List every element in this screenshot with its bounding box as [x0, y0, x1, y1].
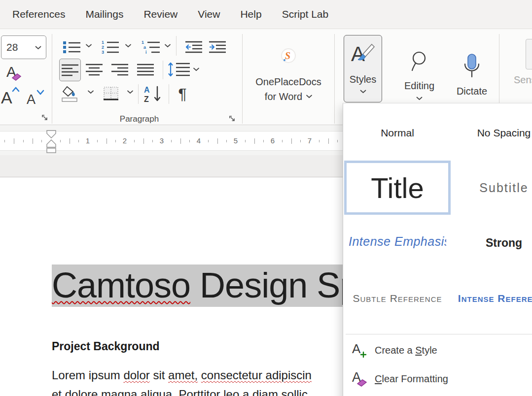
style-item-normal[interactable]: Normal [344, 106, 451, 160]
chevron-down-icon [360, 90, 366, 94]
ruler-tick [106, 138, 107, 144]
style-label: Normal [381, 127, 414, 139]
multilevel-list-button[interactable]: 1 a i [140, 39, 162, 55]
numbering-icon: 1 2 3 [101, 39, 120, 54]
styles-button[interactable]: A Styles [344, 35, 382, 102]
style-item-subtle-reference[interactable]: Subtle Reference [344, 271, 451, 326]
tab-review[interactable]: Review [143, 8, 177, 20]
style-label: Intense Emphasis [349, 234, 446, 249]
paragraph-dialog-launcher[interactable] [227, 114, 237, 123]
style-item-subtitle[interactable]: Subtitle [451, 161, 532, 215]
document-body-line2[interactable]: et dolore magna aliqua. Porttitor leo a … [52, 388, 308, 396]
borders-icon [102, 86, 121, 102]
document-heading[interactable]: Project Background [52, 340, 160, 353]
ruler-tick [14, 138, 14, 144]
svg-text:A: A [144, 86, 150, 94]
multilevel-dropdown-arrow[interactable] [164, 42, 172, 50]
chevron-down-icon [306, 95, 312, 99]
ruler-tick [245, 140, 246, 142]
style-item-title-selected[interactable]: Title [344, 161, 451, 215]
borders-button[interactable] [101, 84, 122, 104]
svg-text:a: a [143, 45, 146, 50]
tab-help[interactable]: Help [240, 8, 261, 20]
line-spacing-button[interactable] [168, 60, 191, 79]
tab-mailings[interactable]: Mailings [85, 8, 123, 20]
left-indent-marker [47, 148, 56, 153]
ruler-tick [226, 140, 227, 142]
word-app-window: References Mailings Review View Help Scr… [0, 0, 532, 396]
sort-button[interactable]: A Z [142, 83, 164, 105]
indent-markers[interactable] [46, 130, 57, 155]
clear-formatting-icon: A [4, 64, 23, 82]
align-center-button[interactable] [85, 61, 104, 78]
bullets-button[interactable] [61, 39, 83, 55]
font-size-combobox[interactable]: 28 [1, 35, 46, 59]
multilevel-list-icon: 1 a i [141, 39, 161, 54]
tab-script-lab[interactable]: Script Lab [282, 8, 329, 20]
document-body-line1[interactable]: Lorem ipsum dolor sit amet, consectetur … [52, 368, 312, 382]
chevron-down-icon [86, 44, 92, 48]
numbering-button[interactable]: 1 2 3 [100, 39, 121, 55]
borders-dropdown-arrow[interactable] [126, 88, 134, 96]
style-label: No Spacing [477, 127, 531, 139]
grow-font-button[interactable]: A [0, 86, 21, 106]
shrink-font-button[interactable]: A [26, 89, 45, 106]
ruler-tick [282, 140, 283, 142]
styles-gallery-panel: Normal No Spacing Title Subtitle Intense… [343, 103, 532, 396]
shading-bucket-icon [61, 86, 81, 102]
style-label: Title [371, 171, 424, 204]
sensitivity-icon [526, 39, 532, 69]
line-spacing-dropdown-arrow[interactable] [192, 66, 200, 73]
chevron-down-icon [35, 46, 41, 50]
align-right-button[interactable] [110, 61, 129, 78]
shading-dropdown-arrow[interactable] [87, 88, 95, 96]
justify-button[interactable] [136, 61, 155, 78]
style-item-strong[interactable]: Strong [451, 216, 532, 270]
numbering-dropdown-arrow[interactable] [124, 42, 132, 50]
svg-text:i: i [145, 50, 147, 54]
increase-indent-button[interactable] [209, 40, 227, 54]
clear-formatting-menu-item[interactable]: A Clear Formatting [350, 368, 532, 390]
show-formatting-marks-button[interactable]: ¶ [173, 83, 192, 105]
ruler-tick [97, 140, 98, 142]
ruler-tick [319, 140, 319, 142]
style-label: Strong [486, 236, 522, 250]
tab-view[interactable]: View [198, 8, 220, 20]
body-text [198, 368, 201, 382]
ruler-number: 3 [157, 136, 167, 145]
shading-button[interactable] [60, 84, 82, 104]
ruler-tick [189, 140, 190, 142]
pilcrow-icon: ¶ [178, 85, 186, 103]
ruler-tick [78, 140, 79, 142]
style-label: Subtitle [479, 181, 528, 195]
gallery-menu-divider [346, 334, 532, 334]
oneplacedocs-button[interactable]: S OnePlaceDocs for Word [247, 33, 330, 117]
bullets-dropdown-arrow[interactable] [85, 42, 93, 50]
clear-formatting-button[interactable]: A [4, 63, 24, 83]
ruler-tick [208, 140, 209, 142]
svg-text:2: 2 [102, 45, 104, 50]
svg-text:A: A [27, 92, 35, 106]
tab-references[interactable]: References [12, 8, 65, 20]
create-style-menu-item[interactable]: A Create a Style [350, 339, 532, 361]
style-item-no-spacing[interactable]: No Spacing [451, 106, 532, 160]
ruler-number: 5 [231, 136, 241, 145]
font-dialog-launcher[interactable] [39, 113, 49, 122]
bullets-icon [63, 40, 81, 54]
svg-text:3: 3 [102, 50, 104, 54]
dialog-launcher-icon [41, 114, 48, 121]
document-title-selected[interactable]: Camtoso Design Spe [52, 264, 343, 307]
editing-button-label: Editing [404, 80, 434, 92]
ruler-tick [134, 140, 135, 142]
align-right-icon [111, 63, 128, 76]
chevron-down-icon [127, 90, 133, 94]
style-item-intense-emphasis[interactable]: Intense Emphasis [344, 216, 451, 270]
ruler-tick [70, 138, 70, 144]
align-left-button[interactable] [59, 59, 81, 81]
style-item-intense-reference[interactable]: Intense Reference [451, 271, 532, 326]
ruler-tick [4, 140, 5, 142]
search-magnifier-icon [409, 51, 430, 73]
ruler-tick [143, 138, 144, 144]
create-style-icon: A [351, 342, 368, 358]
decrease-indent-button[interactable] [185, 40, 203, 54]
